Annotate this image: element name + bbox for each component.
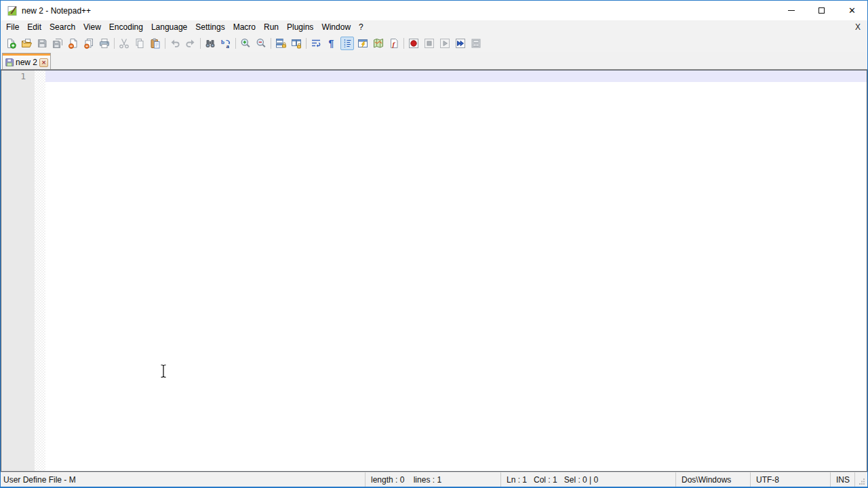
show-indent-guide-button[interactable] xyxy=(340,37,354,50)
function-list-icon: f xyxy=(389,38,399,49)
replace-icon: ba xyxy=(220,38,231,49)
find-icon xyxy=(205,38,216,49)
replace-button[interactable]: ba xyxy=(219,37,233,50)
toolbar: ba¶f xyxy=(1,34,867,52)
status-bar: User Define File - M length : 0 lines : … xyxy=(1,472,867,487)
status-length-lines: length : 0 lines : 1 xyxy=(366,472,501,487)
resize-grip-icon xyxy=(859,478,865,485)
undo-button[interactable] xyxy=(168,37,182,50)
close-file-button[interactable] xyxy=(66,37,80,50)
new-file-button[interactable] xyxy=(4,37,18,50)
sync-vertical-scroll-icon xyxy=(275,38,286,49)
document-map-button[interactable] xyxy=(372,37,385,50)
menu-file[interactable]: File xyxy=(2,20,23,34)
copy-icon xyxy=(134,38,145,49)
saved-file-icon xyxy=(5,58,14,67)
close-button[interactable]: ✕ xyxy=(837,1,867,20)
zoom-out-button[interactable] xyxy=(254,37,268,50)
menu-edit[interactable]: Edit xyxy=(23,20,45,34)
notepad-plus-plus-logo-icon xyxy=(7,5,18,16)
notepad-plus-plus-window: new 2 - Notepad++ ✕ FileEditSearchViewEn… xyxy=(0,0,868,488)
maximize-button[interactable] xyxy=(806,1,837,20)
resize-grip[interactable] xyxy=(855,472,867,487)
window-title: new 2 - Notepad++ xyxy=(22,6,91,16)
define-language-icon xyxy=(357,38,368,49)
sync-horizontal-scroll-button[interactable] xyxy=(290,37,303,50)
copy-button[interactable] xyxy=(133,37,146,50)
menubar-close-button[interactable]: X xyxy=(853,20,863,34)
macro-run-multiple-icon xyxy=(455,38,466,49)
zoom-in-button[interactable] xyxy=(239,37,252,50)
sync-horizontal-scroll-icon xyxy=(291,38,302,49)
function-list-button[interactable]: f xyxy=(387,37,401,50)
new-file-icon xyxy=(5,38,16,49)
sync-vertical-scroll-button[interactable] xyxy=(274,37,288,50)
zoom-in-icon xyxy=(240,38,251,49)
show-all-characters-button[interactable]: ¶ xyxy=(325,37,338,50)
menu-encoding[interactable]: Encoding xyxy=(105,20,147,34)
tab-new-2[interactable]: new 2✕ xyxy=(2,53,51,69)
bookmark-fold-margin[interactable] xyxy=(35,70,45,471)
print-button[interactable] xyxy=(98,37,111,50)
macro-play-icon xyxy=(439,38,450,49)
line-number[interactable]: 1 xyxy=(1,70,35,82)
save-all-icon xyxy=(52,38,63,49)
svg-text:¶: ¶ xyxy=(329,38,334,49)
menu-settings[interactable]: Settings xyxy=(191,20,229,34)
open-file-button[interactable] xyxy=(20,37,33,50)
window-controls: ✕ xyxy=(776,1,867,20)
macro-record-button[interactable] xyxy=(407,37,420,50)
menu-macro[interactable]: Macro xyxy=(229,20,260,34)
redo-button[interactable] xyxy=(184,37,197,50)
open-file-icon xyxy=(21,38,32,49)
text-area[interactable] xyxy=(45,70,867,471)
zoom-out-icon xyxy=(256,38,267,49)
status-typing-mode[interactable]: INS xyxy=(831,472,855,487)
save-file-button[interactable] xyxy=(35,37,49,50)
macro-save-button[interactable] xyxy=(469,37,483,50)
menu-window[interactable]: Window xyxy=(317,20,355,34)
menu-run[interactable]: Run xyxy=(260,20,283,34)
macro-stop-button[interactable] xyxy=(422,37,436,50)
macro-run-multiple-button[interactable] xyxy=(454,37,467,50)
status-eol-format[interactable]: Dos\Windows xyxy=(676,472,751,487)
minimize-button[interactable] xyxy=(776,1,806,20)
tab-close-button[interactable]: ✕ xyxy=(39,58,48,67)
tab-bar: new 2✕ xyxy=(1,52,867,70)
paste-button[interactable] xyxy=(149,37,162,50)
status-cursor-position: Ln : 1 Col : 1 Sel : 0 | 0 xyxy=(501,472,676,487)
close-file-icon xyxy=(68,38,79,49)
minimize-icon xyxy=(788,10,795,11)
line-number-gutter[interactable]: 1 xyxy=(1,70,35,471)
save-all-button[interactable] xyxy=(51,37,64,50)
status-encoding[interactable]: UTF-8 xyxy=(751,472,831,487)
word-wrap-icon xyxy=(311,38,321,49)
status-doc-type: User Define File - M xyxy=(1,472,366,487)
show-all-characters-icon: ¶ xyxy=(326,38,337,49)
close-all-button[interactable] xyxy=(82,37,96,50)
cut-button[interactable] xyxy=(117,37,131,50)
menu-view[interactable]: View xyxy=(79,20,105,34)
menu-language[interactable]: Language xyxy=(147,20,191,34)
macro-stop-icon xyxy=(424,38,435,49)
toolbar-separator xyxy=(271,38,271,49)
current-line-highlight xyxy=(45,70,867,82)
toolbar-separator xyxy=(114,38,115,49)
toolbar-separator xyxy=(306,38,307,49)
toolbar-separator xyxy=(200,38,201,49)
menu-plugins[interactable]: Plugins xyxy=(283,20,317,34)
show-indent-guide-icon xyxy=(342,38,353,49)
find-button[interactable] xyxy=(203,37,217,50)
define-language-button[interactable] xyxy=(356,37,370,50)
maximize-icon xyxy=(818,7,825,14)
title-bar[interactable]: new 2 - Notepad++ ✕ xyxy=(1,1,867,20)
macro-play-button[interactable] xyxy=(438,37,452,50)
undo-icon xyxy=(170,38,180,49)
macro-record-icon xyxy=(408,38,419,49)
word-wrap-button[interactable] xyxy=(309,37,323,50)
menu-help[interactable]: ? xyxy=(355,20,368,34)
menu-search[interactable]: Search xyxy=(45,20,79,34)
editor-area: 1 xyxy=(1,70,867,472)
close-all-icon xyxy=(83,38,94,49)
close-icon: ✕ xyxy=(848,6,856,15)
